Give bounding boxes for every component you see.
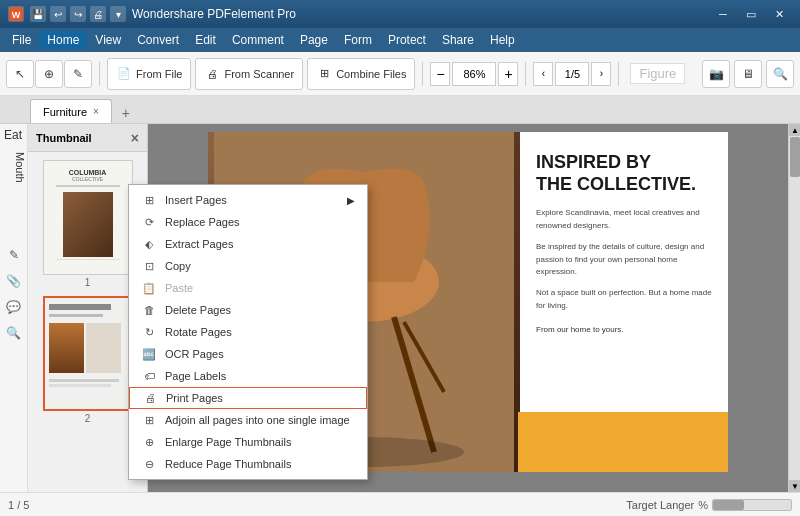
replace-pages-icon: ⟳: [141, 214, 157, 230]
adjoin-icon: ⊞: [141, 412, 157, 428]
print-quick-icon[interactable]: 🖨: [90, 6, 106, 22]
sidebar-tool-4[interactable]: 🔍: [3, 322, 25, 344]
right-scrollbar: ▲ ▼: [788, 124, 800, 492]
scroll-track: [789, 136, 800, 480]
scroll-down-button[interactable]: ▼: [789, 480, 800, 492]
paste-icon: 📋: [141, 280, 157, 296]
customize-icon[interactable]: ▾: [110, 6, 126, 22]
scroll-thumb[interactable]: [790, 137, 800, 177]
ctx-rotate-pages[interactable]: ↻ Rotate Pages: [129, 321, 367, 343]
toolbar-separator-3: [525, 62, 526, 86]
window-controls: ─ ▭ ✕: [710, 4, 792, 24]
mouth-label: Mouth: [0, 148, 28, 187]
target-label: Target Langer: [626, 499, 694, 511]
ctx-ocr-pages[interactable]: 🔤 OCR Pages: [129, 343, 367, 365]
current-page[interactable]: 1/5: [555, 62, 589, 86]
thumbnail-page-1[interactable]: COLUMBIA COLLECTIVE 1: [36, 160, 139, 288]
zoom-value[interactable]: 86%: [452, 62, 496, 86]
thumb-page-num-1: 1: [85, 277, 91, 288]
tab-close-button[interactable]: ×: [93, 106, 99, 117]
bottom-page-info: 1 / 5: [8, 499, 29, 511]
prev-page-button[interactable]: ‹: [533, 62, 553, 86]
sidebar-tool-3[interactable]: 💬: [3, 296, 25, 318]
ctx-print-pages[interactable]: 🖨 Print Pages: [129, 387, 367, 409]
menu-help[interactable]: Help: [482, 31, 523, 49]
quick-access-icons: 💾 ↩ ↪ 🖨 ▾: [30, 6, 126, 22]
ctx-extract-pages[interactable]: ⬖ Extract Pages: [129, 233, 367, 255]
enlarge-icon: ⊕: [141, 434, 157, 450]
select-tool-button[interactable]: ↖: [6, 60, 34, 88]
ocr-pages-icon: 🔤: [141, 346, 157, 362]
thumbnail-title: Thumbnail: [36, 132, 92, 144]
left-sidebar: Eat Mouth ✎ 📎 💬 🔍: [0, 124, 28, 492]
close-button[interactable]: ✕: [766, 4, 792, 24]
bottom-right-area: Target Langer %: [626, 499, 792, 511]
menu-comment[interactable]: Comment: [224, 31, 292, 49]
menu-bar: File Home View Convert Edit Comment Page…: [0, 28, 800, 52]
title-bar: W 💾 ↩ ↪ 🖨 ▾ Wondershare PDFelement Pro ─…: [0, 0, 800, 28]
ctx-page-labels[interactable]: 🏷 Page Labels: [129, 365, 367, 387]
minimize-button[interactable]: ─: [710, 4, 736, 24]
reduce-icon: ⊖: [141, 456, 157, 472]
menu-file[interactable]: File: [4, 31, 39, 49]
menu-edit[interactable]: Edit: [187, 31, 224, 49]
add-tab-button[interactable]: +: [116, 103, 136, 123]
zoom-out-button[interactable]: −: [430, 62, 450, 86]
ctx-paste: 📋 Paste: [129, 277, 367, 299]
menu-page[interactable]: Page: [292, 31, 336, 49]
document-heading: INSPIRED BY THE COLLECTIVE.: [536, 152, 712, 195]
right-toolbar-buttons: 📷 🖥 🔍: [702, 60, 794, 88]
sidebar-tool-1[interactable]: ✎: [3, 244, 25, 266]
zoom-in-button[interactable]: +: [498, 62, 518, 86]
search-button[interactable]: 🔍: [766, 60, 794, 88]
ctx-enlarge-thumbnails[interactable]: ⊕ Enlarge Page Thumbnails: [129, 431, 367, 453]
columbia-sub: COLLECTIVE: [72, 176, 103, 182]
save-icon[interactable]: 💾: [30, 6, 46, 22]
thumbnail-close-button[interactable]: ×: [131, 130, 139, 146]
file-icon: 📄: [116, 66, 132, 82]
sidebar-tool-2[interactable]: 📎: [3, 270, 25, 292]
scroll-up-button[interactable]: ▲: [789, 124, 800, 136]
camera-icon-button[interactable]: 📷: [702, 60, 730, 88]
menu-form[interactable]: Form: [336, 31, 380, 49]
ctx-reduce-thumbnails[interactable]: ⊖ Reduce Page Thumbnails: [129, 453, 367, 475]
restore-button[interactable]: ▭: [738, 4, 764, 24]
context-menu: ⊞ Insert Pages ▶ ⟳ Replace Pages ⬖ Extra…: [128, 184, 368, 480]
thumb-img-2: [43, 296, 133, 411]
view-icon-button[interactable]: 🖥: [734, 60, 762, 88]
delete-pages-icon: 🗑: [141, 302, 157, 318]
print-pages-icon: 🖨: [142, 390, 158, 406]
from-file-button[interactable]: 📄 From File: [107, 58, 191, 90]
furniture-tab[interactable]: Furniture ×: [30, 99, 112, 123]
zoom-slider[interactable]: [712, 499, 792, 511]
combine-files-button[interactable]: ⊞ Combine Files: [307, 58, 415, 90]
ctx-adjoin-all[interactable]: ⊞ Adjoin all pages into one single image: [129, 409, 367, 431]
doc-body-2: Be inspired by the details of culture, d…: [536, 241, 712, 279]
ctx-copy[interactable]: ⊡ Copy: [129, 255, 367, 277]
undo-icon[interactable]: ↩: [50, 6, 66, 22]
menu-convert[interactable]: Convert: [129, 31, 187, 49]
menu-share[interactable]: Share: [434, 31, 482, 49]
main-area: Eat Mouth ✎ 📎 💬 🔍 Thumbnail × COLUMBIA C…: [0, 124, 800, 492]
menu-protect[interactable]: Protect: [380, 31, 434, 49]
menu-view[interactable]: View: [87, 31, 129, 49]
redo-icon[interactable]: ↪: [70, 6, 86, 22]
menu-home[interactable]: Home: [39, 31, 87, 49]
columbia-label: COLUMBIA: [69, 165, 107, 176]
bottom-bar: 1 / 5 Target Langer %: [0, 492, 800, 516]
title-bar-left: W 💾 ↩ ↪ 🖨 ▾ Wondershare PDFelement Pro: [8, 6, 296, 22]
combine-icon: ⊞: [316, 66, 332, 82]
ctx-insert-pages[interactable]: ⊞ Insert Pages ▶: [129, 189, 367, 211]
toolbar-separator-1: [99, 62, 100, 86]
edit-tool-button[interactable]: ⊕: [35, 60, 63, 88]
from-scanner-button[interactable]: 🖨 From Scanner: [195, 58, 303, 90]
ctx-replace-pages[interactable]: ⟳ Replace Pages: [129, 211, 367, 233]
app-icon: W: [8, 6, 24, 22]
ctx-delete-pages[interactable]: 🗑 Delete Pages: [129, 299, 367, 321]
insert-pages-icon: ⊞: [141, 192, 157, 208]
scanner-icon: 🖨: [204, 66, 220, 82]
thumbnail-page-2[interactable]: 2: [36, 296, 139, 424]
next-page-button[interactable]: ›: [591, 62, 611, 86]
toolbar-separator-4: [618, 62, 619, 86]
annotate-tool-button[interactable]: ✎: [64, 60, 92, 88]
